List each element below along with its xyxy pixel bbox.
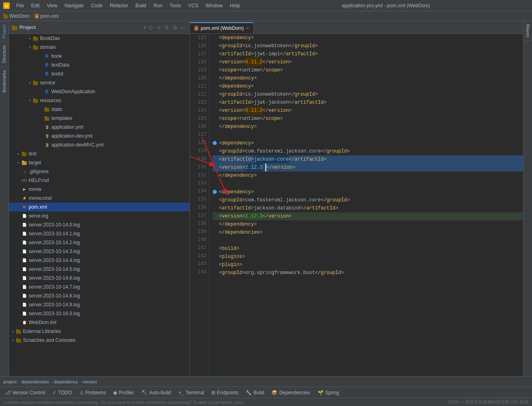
locate-file-btn[interactable]: ⊙	[147, 23, 155, 31]
bc-project: project	[3, 379, 17, 384]
editor-tab-pom[interactable]: M pom.xml (WebDom) ✕	[190, 22, 254, 33]
terminal-btn[interactable]: >_ Terminal	[175, 388, 207, 398]
tree-item-_gitignore[interactable]: .g.gitignore	[9, 167, 189, 176]
tree-item-mvnw[interactable]: ▶mvnw	[9, 185, 189, 194]
menu-vcs[interactable]: VCS	[185, 2, 202, 9]
profiler-btn[interactable]: ◉ Profiler	[110, 388, 137, 398]
menu-help[interactable]: Help	[227, 2, 243, 9]
tree-item-service[interactable]: ▸service	[9, 78, 189, 87]
tree-item-server_2023_10_14_5_log[interactable]: 📄server.2023-10-14.5.log	[9, 265, 189, 274]
sidebar-tab-right-1[interactable]: Maven	[524, 21, 532, 41]
tree-item-server_2023_10_14_6_log[interactable]: 📄server.2023-10-14.6.log	[9, 274, 189, 283]
tree-item-textid[interactable]: CtextId	[9, 69, 189, 78]
endpoints-btn[interactable]: ⊞ Endpoints	[208, 388, 242, 398]
tree-item-server_2023_10_14_4_log[interactable]: 📄server.2023-10-14.4.log	[9, 256, 189, 265]
menu-tools[interactable]: Tools	[166, 2, 184, 9]
project-header: Project ▾ ⊙ ≡ ⇅ ⚙ —	[9, 21, 189, 34]
file-icon: C	[44, 62, 50, 68]
sidebar-tab-structure[interactable]: Structure	[0, 42, 8, 67]
menu-navigate[interactable]: Navigate	[61, 2, 87, 9]
menu-run[interactable]: Run	[150, 2, 166, 9]
tree-item-pom_xml[interactable]: Mpom.xml	[9, 203, 189, 211]
auto-build-btn[interactable]: 🔨 Auto-build	[138, 388, 174, 398]
tree-item-application_yml[interactable]: 🍃application.yml	[9, 123, 189, 132]
collapse-all-btn[interactable]: ≡	[155, 23, 163, 31]
tree-item-server_2023_10_14_2_log[interactable]: 📄server.2023-10-14.2.log	[9, 238, 189, 247]
line-numbers: 1151161171181191201211221231241251261271…	[190, 34, 209, 376]
file-name: server.2023-10-14.1.log	[29, 231, 80, 236]
menu-window[interactable]: Window	[202, 2, 226, 9]
file-icon: 📄	[21, 239, 27, 246]
spring-btn[interactable]: 🌱 Spring	[314, 388, 343, 398]
menu-edit[interactable]: Edit	[28, 2, 43, 9]
todo-btn[interactable]: ✓ TODO	[49, 388, 75, 398]
file-icon: 🍃	[44, 142, 50, 148]
svg-rect-8	[33, 37, 38, 41]
tab-close-btn[interactable]: ✕	[246, 26, 249, 31]
problems-btn[interactable]: ⚠ Problems	[76, 388, 109, 398]
editor-content[interactable]: 1151161171181191201211221231241251261271…	[190, 34, 523, 376]
svg-rect-6	[12, 26, 17, 30]
tree-item-server_2023_10_14_8_log[interactable]: 📄server.2023-10-14.8.log	[9, 291, 189, 300]
tree-item-target[interactable]: ▸target	[9, 158, 189, 167]
code-line-127	[212, 131, 523, 139]
tree-item-templates[interactable]: templates	[9, 114, 189, 123]
tree-item-application_devmvc_yml[interactable]: 🍃application-devMVC.yml	[9, 140, 189, 149]
tree-item-server_2023_10_16_0_log[interactable]: 📄server.2023-10-16.0.log	[9, 309, 189, 318]
tree-item-server_2023_10_14_7_log[interactable]: 📄server.2023-10-14.7.log	[9, 283, 189, 291]
sort-btn[interactable]: ⇅	[163, 23, 171, 31]
file-name: mvnw.cmd	[29, 195, 52, 201]
file-name: server.2023-10-14.0.log	[29, 222, 80, 228]
tree-item-book[interactable]: Cbook	[9, 52, 189, 61]
build-btn[interactable]: 🔧 Build	[242, 388, 267, 398]
file-icon: C	[44, 88, 50, 95]
file-name: server.2023-10-14.2.log	[29, 240, 80, 245]
line-number-115: 115	[190, 34, 206, 42]
sidebar-tab-project[interactable]: Project	[0, 21, 8, 42]
tree-item-static[interactable]: static	[9, 105, 189, 114]
tree-item-help_md[interactable]: MDHELP.md	[9, 176, 189, 185]
menu-view[interactable]: View	[44, 2, 61, 9]
tree-item-webdom_iml[interactable]: 📋WebDom.iml	[9, 318, 189, 327]
svg-rect-2	[3, 15, 8, 19]
tree-item-webdomapplication[interactable]: CWebDomApplication	[9, 87, 189, 96]
tree-item-scratches_and_consoles[interactable]: ▸Scratches and Consoles	[9, 336, 189, 345]
title-bar: IJ File Edit View Navigate Code Refactor…	[0, 0, 532, 11]
code-area[interactable]: <dependency> <groupId>io.jsonwebtoken</g…	[209, 34, 523, 376]
file-name: BookDao	[40, 36, 60, 41]
menu-file[interactable]: File	[13, 2, 27, 9]
tree-item-server_2023_10_14_9_log[interactable]: 📄server.2023-10-14.9.log	[9, 300, 189, 309]
sidebar-tab-bookmarks[interactable]: Bookmarks	[0, 67, 8, 96]
tree-item-server_2023_10_14_3_log[interactable]: 📄server.2023-10-14.3.log	[9, 247, 189, 256]
close-panel-btn[interactable]: —	[179, 23, 187, 31]
version-control-btn[interactable]: ⎇ Version Control	[2, 388, 48, 398]
file-name: application.yml	[51, 124, 83, 130]
tab-xml-icon: M	[194, 26, 199, 31]
file-icon	[15, 328, 22, 335]
tree-item-mvnw_cmd[interactable]: ⚡mvnw.cmd	[9, 194, 189, 203]
tree-item-external_libraries[interactable]: ▸External Libraries	[9, 327, 189, 336]
tree-arrow: ▾	[27, 98, 32, 103]
svg-rect-10	[33, 46, 38, 50]
menu-build[interactable]: Build	[132, 2, 149, 9]
line-number-126: 126	[190, 123, 206, 131]
tree-item-server_2023_10_14_0_log[interactable]: 📄server.2023-10-14.0.log	[9, 220, 189, 229]
tree-item-resources[interactable]: ▾resources	[9, 96, 189, 105]
menu-code[interactable]: Code	[88, 2, 106, 9]
file-name: textData	[51, 62, 69, 68]
tree-item-test[interactable]: ▸test	[9, 149, 189, 158]
tree-arrow: ▸	[27, 36, 32, 41]
tree-item-domain[interactable]: ▾domain	[9, 43, 189, 52]
tree-item-application_dev_yml[interactable]: 🍃application-dev.yml	[9, 132, 189, 140]
tree-item-textdata[interactable]: CtextData	[9, 61, 189, 69]
dependencies-btn[interactable]: 📦 Dependencies	[268, 388, 313, 398]
tree-item-server_2023_10_14_1_log[interactable]: 📄server.2023-10-14.1.log	[9, 229, 189, 238]
breadcrumb-file: M pom.xml	[34, 13, 59, 19]
menu-refactor[interactable]: Refactor	[107, 2, 131, 9]
tree-item-serve_log[interactable]: 📄serve.log	[9, 211, 189, 220]
line-number-127: 127	[190, 131, 206, 139]
svg-rect-17	[44, 107, 47, 109]
tree-item-bookdao[interactable]: ▸BookDao	[9, 34, 189, 43]
tree-arrow: ▸	[16, 160, 21, 165]
settings-btn[interactable]: ⚙	[171, 23, 179, 31]
